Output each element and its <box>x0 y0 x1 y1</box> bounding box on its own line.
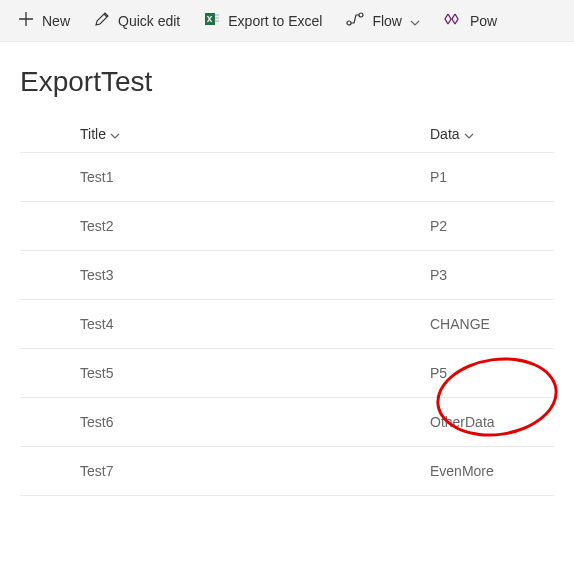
chevron-down-icon <box>110 126 120 142</box>
row-data: EvenMore <box>430 463 494 479</box>
svg-point-5 <box>359 13 363 17</box>
flow-button[interactable]: Flow <box>336 5 430 36</box>
table-row[interactable]: Test5P5 <box>20 349 554 398</box>
table-row[interactable]: Test3P3 <box>20 251 554 300</box>
row-title: Test1 <box>80 169 113 185</box>
table-row[interactable]: Test2P2 <box>20 202 554 251</box>
row-data: OtherData <box>430 414 495 430</box>
list-body: Test1P1Test2P2Test3P3Test4CHANGETest5P5T… <box>20 153 554 496</box>
row-data: CHANGE <box>430 316 490 332</box>
powerapps-label: Pow <box>470 13 497 29</box>
row-title: Test4 <box>80 316 113 332</box>
quick-edit-label: Quick edit <box>118 13 180 29</box>
pencil-icon <box>94 11 110 30</box>
excel-icon <box>204 11 220 30</box>
new-button[interactable]: New <box>8 5 80 36</box>
chevron-down-icon <box>464 126 474 142</box>
list-container: Title Data Test1P1Test2P2Test3P3Test4CHA… <box>0 116 574 496</box>
new-label: New <box>42 13 70 29</box>
column-header-data[interactable]: Data <box>430 126 474 142</box>
svg-rect-1 <box>215 14 219 16</box>
page-title: ExportTest <box>0 42 574 116</box>
table-row[interactable]: Test6OtherData <box>20 398 554 447</box>
export-excel-label: Export to Excel <box>228 13 322 29</box>
row-data: P3 <box>430 267 447 283</box>
chevron-down-icon <box>410 13 420 29</box>
column-data-label: Data <box>430 126 460 142</box>
svg-rect-2 <box>215 17 219 19</box>
row-title: Test2 <box>80 218 113 234</box>
table-row[interactable]: Test7EvenMore <box>20 447 554 496</box>
row-title: Test6 <box>80 414 113 430</box>
plus-icon <box>18 11 34 30</box>
row-title: Test3 <box>80 267 113 283</box>
table-row[interactable]: Test1P1 <box>20 153 554 202</box>
column-title-label: Title <box>80 126 106 142</box>
row-title: Test7 <box>80 463 113 479</box>
toolbar: New Quick edit Export to Excel Flow Pow <box>0 0 574 42</box>
flow-label: Flow <box>372 13 402 29</box>
row-data: P2 <box>430 218 447 234</box>
table-row[interactable]: Test4CHANGE <box>20 300 554 349</box>
column-header-title[interactable]: Title <box>80 126 120 142</box>
export-excel-button[interactable]: Export to Excel <box>194 5 332 36</box>
powerapps-button[interactable]: Pow <box>434 6 507 35</box>
row-data: P1 <box>430 169 447 185</box>
quick-edit-button[interactable]: Quick edit <box>84 5 190 36</box>
flow-icon <box>346 11 364 30</box>
powerapps-icon <box>444 12 462 29</box>
list-header: Title Data <box>20 116 554 153</box>
row-title: Test5 <box>80 365 113 381</box>
row-data: P5 <box>430 365 447 381</box>
svg-rect-3 <box>215 20 219 22</box>
svg-point-4 <box>347 21 351 25</box>
